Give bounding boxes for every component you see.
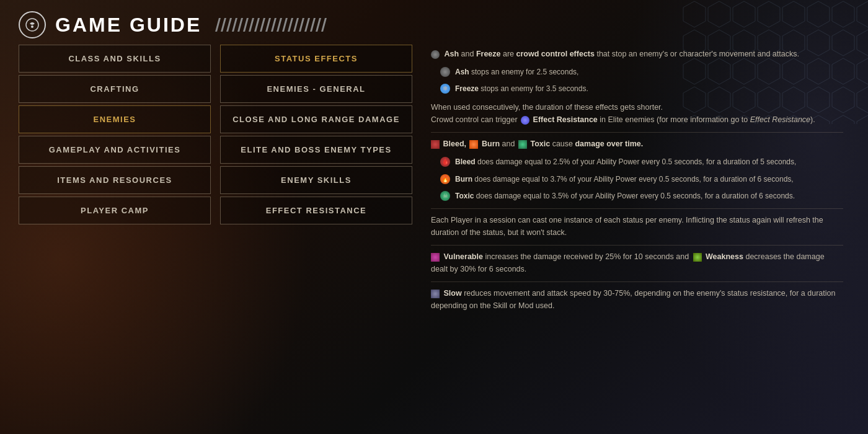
sidebar-item-gameplay[interactable]: GAMEPLAY AND ACTIVITIES: [19, 136, 211, 164]
burn-icon-sm: [469, 140, 478, 149]
intro-paragraph: Ash and Freeze are crowd control effects…: [431, 48, 843, 60]
slow-icon: [431, 290, 440, 298]
sidebar-middle: STATUS EFFECTS ENEMIES - GENERAL CLOSE A…: [220, 45, 412, 428]
subnav-enemies-general[interactable]: ENEMIES - GENERAL: [220, 75, 412, 103]
header-icon: [19, 11, 46, 38]
page-title: GAME GUIDE: [55, 14, 202, 37]
section-divider-4: [431, 281, 843, 282]
dot-intro: Bleed, Burn and Toxic cause damage over …: [431, 138, 843, 150]
subnav-status-effects[interactable]: STATUS EFFECTS: [220, 45, 412, 73]
bullet-ash: Ash stops an enemy for 2.5 seconds,: [440, 66, 843, 78]
toxic-icon: ☠: [440, 191, 450, 201]
svg-point-3: [31, 25, 33, 28]
dot-bullet-list: 🩸 Bleed does damage equal to 2.5% of you…: [440, 156, 843, 202]
session-note: Each Player in a session can cast one in…: [431, 214, 843, 239]
content-panel: Ash and Freeze are crowd control effects…: [422, 45, 849, 404]
content-area: CLASS AND SKILLS CRAFTING ENEMIES GAMEPL…: [0, 45, 868, 434]
weakness-icon: [693, 253, 702, 262]
sidebar-left: CLASS AND SKILLS CRAFTING ENEMIES GAMEPL…: [19, 45, 211, 428]
ash-icon-inline: [431, 50, 440, 59]
sidebar-item-class-skills[interactable]: CLASS AND SKILLS: [19, 45, 211, 73]
cc-bullet-list: Ash stops an enemy for 2.5 seconds, ❄ Fr…: [440, 66, 843, 95]
cc-note: When used consecutively, the duration of…: [431, 101, 843, 126]
bullet-toxic: ☠ Toxic does damage equal to 3.5% of you…: [440, 190, 843, 202]
sidebar-item-enemies[interactable]: ENEMIES: [19, 105, 211, 133]
ash-icon: [440, 67, 450, 77]
bleed-icon: 🩸: [440, 157, 450, 167]
bullet-freeze: ❄ Freeze stops an enemy for 3.5 seconds.: [440, 83, 843, 95]
bullet-burn: 🔥 Burn does damage equal to 3.7% of your…: [440, 174, 843, 185]
sidebar-item-player-camp[interactable]: PLAYER CAMP: [19, 197, 211, 224]
sidebar-item-items[interactable]: ITEMS AND RESOURCES: [19, 166, 211, 194]
header: GAME GUIDE: [0, 0, 868, 45]
subnav-enemy-skills[interactable]: ENEMY SKILLS: [220, 166, 412, 194]
vulnerable-note: Vulnerable increases the damage received…: [431, 250, 843, 275]
vulnerable-icon: [431, 253, 440, 262]
section-divider-1: [431, 132, 843, 133]
bullet-bleed: 🩸 Bleed does damage equal to 2.5% of you…: [440, 156, 843, 168]
toxic-icon-sm: [518, 140, 527, 149]
effect-resistance-icon: [521, 116, 529, 125]
subnav-effect-resistance[interactable]: EFFECT RESISTANCE: [220, 197, 412, 224]
header-divider: [217, 18, 325, 32]
burn-icon: 🔥: [440, 174, 450, 184]
section-divider-3: [431, 245, 843, 246]
subnav-close-long-range[interactable]: CLOSE AND LONG RANGE DAMAGE: [220, 105, 412, 133]
freeze-icon: ❄: [440, 84, 450, 94]
subnav-elite-boss[interactable]: ELITE AND BOSS ENEMY TYPES: [220, 136, 412, 164]
slow-note: Slow reduces movement and attack speed b…: [431, 287, 843, 312]
section-divider-2: [431, 208, 843, 209]
sidebar-item-crafting[interactable]: CRAFTING: [19, 75, 211, 103]
bleed-icon-sm: [431, 140, 440, 149]
